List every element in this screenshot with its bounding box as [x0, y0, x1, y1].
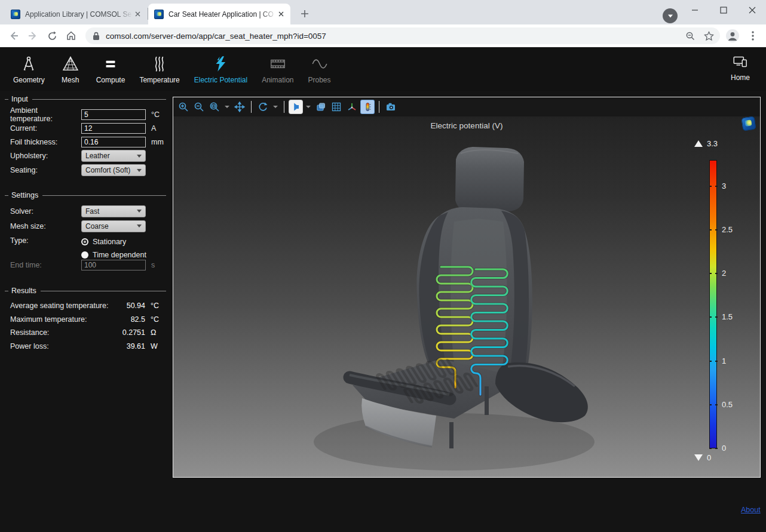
sidebar: Input Ambient temperature: °C Current: A… — [0, 91, 172, 532]
new-tab-button[interactable] — [297, 6, 312, 21]
browser-window: Application Library | COMSOL Se Car Seat… — [0, 0, 766, 532]
tab-application-library[interactable]: Application Library | COMSOL Se — [5, 4, 147, 24]
end-time-input — [81, 260, 146, 270]
legend-colorbar — [709, 160, 717, 448]
field-end-time: End time: s — [5, 258, 166, 272]
window-close-button[interactable] — [739, 0, 766, 20]
toolbar-separator — [379, 101, 379, 113]
electric-potential-button[interactable]: Electric Potential — [187, 53, 255, 87]
legend-min-marker: 0 — [694, 453, 711, 462]
home-button[interactable]: Home — [722, 50, 759, 84]
chevron-down-icon[interactable] — [306, 106, 311, 108]
triangle-down-icon — [694, 454, 703, 461]
field-ambient-temperature: Ambient temperature: °C — [5, 107, 166, 121]
triangle-up-icon — [694, 140, 703, 147]
graphics-toolbar — [173, 97, 760, 116]
field-mesh-size: Mesh size: Coarse — [5, 219, 166, 233]
navigation-bar: comsol.com/server-demo/app/car_seat_heat… — [0, 24, 766, 47]
about-link[interactable]: About — [741, 506, 761, 514]
graphics-panel: Electric potential (V) — [173, 97, 761, 478]
tab-strip: Application Library | COMSOL Se Car Seat… — [0, 0, 766, 24]
upholstery-select[interactable]: Leather — [81, 150, 146, 162]
chevron-down-icon — [137, 225, 142, 227]
comsol-logo-icon — [742, 116, 756, 131]
axes-button[interactable] — [345, 100, 359, 113]
chevron-down-icon[interactable] — [273, 106, 278, 108]
animation-filmstrip-icon — [269, 55, 287, 73]
chevron-down-icon[interactable] — [225, 106, 229, 108]
tab-search-button[interactable] — [663, 8, 678, 23]
geometry-button[interactable]: Geometry — [6, 53, 52, 87]
compute-equals-icon — [102, 55, 120, 73]
field-current: Current: A — [5, 121, 166, 135]
section-settings: Settings — [5, 190, 166, 200]
field-solver: Solver: Fast — [5, 204, 166, 219]
reset-view-button[interactable] — [256, 100, 269, 113]
temperature-waves-icon — [151, 55, 168, 73]
seat-shadow — [314, 413, 595, 471]
toolbar-separator — [251, 101, 252, 113]
tab-car-seat-heater[interactable]: Car Seat Heater Application | CO — [148, 4, 290, 24]
reload-icon[interactable] — [44, 28, 60, 44]
scene-button[interactable] — [314, 100, 327, 113]
tab-close-icon[interactable] — [133, 10, 142, 19]
color-legend-button[interactable] — [361, 100, 374, 113]
solver-select[interactable]: Fast — [81, 205, 146, 217]
car-seat-3d-model — [173, 116, 760, 477]
radio-selected-icon — [81, 238, 88, 245]
backrest-center-panel — [451, 219, 507, 377]
foil-thickness-input[interactable] — [81, 137, 146, 147]
zoom-extents-button[interactable] — [233, 100, 246, 113]
field-type: Type: Stationary Time dependent — [5, 235, 166, 250]
lock-icon — [93, 32, 100, 41]
zoom-out-button[interactable] — [192, 100, 206, 113]
back-icon[interactable] — [6, 28, 22, 44]
compute-button[interactable]: Compute — [89, 53, 133, 87]
url-text: comsol.com/server-demo/app/car_seat_heat… — [106, 32, 681, 41]
window-minimize-button[interactable] — [681, 0, 709, 20]
comsol-favicon — [154, 10, 164, 19]
profile-avatar[interactable] — [725, 28, 740, 44]
plot-canvas[interactable]: Electric potential (V) — [173, 116, 760, 477]
grid-button[interactable] — [330, 100, 343, 113]
speaker-button[interactable] — [289, 100, 302, 113]
browser-menu-icon[interactable] — [745, 28, 761, 44]
geometry-compass-icon — [20, 55, 38, 73]
field-upholstery: Upholstery: Leather — [5, 149, 166, 163]
page-zoom-icon[interactable] — [685, 31, 695, 41]
legend-max-marker: 3.3 — [694, 139, 718, 148]
app-ribbon: Geometry Mesh Compute — [0, 48, 766, 91]
snapshot-button[interactable] — [384, 100, 397, 113]
tab-title: Application Library | COMSOL Se — [25, 10, 133, 19]
current-input[interactable] — [81, 123, 146, 134]
mesh-button[interactable]: Mesh — [52, 53, 89, 87]
cushion-right-bolster — [495, 362, 588, 422]
browser-home-icon[interactable] — [63, 28, 79, 44]
chevron-down-icon — [137, 210, 142, 213]
headrest — [455, 147, 524, 213]
radio-stationary[interactable]: Stationary — [81, 235, 146, 248]
home-devices-icon — [731, 53, 749, 70]
zoom-in-button[interactable] — [177, 100, 190, 113]
result-resistance: Resistance: 0.2751 Ω — [5, 326, 166, 340]
chevron-down-icon — [137, 169, 142, 172]
animation-button: Animation — [255, 53, 301, 87]
tab-close-icon[interactable] — [276, 10, 286, 19]
mesh-size-select[interactable]: Coarse — [81, 220, 146, 232]
comsol-favicon — [11, 10, 20, 19]
mesh-icon — [62, 55, 79, 73]
address-bar[interactable]: comsol.com/server-demo/app/car_seat_heat… — [85, 27, 720, 44]
temperature-button[interactable]: Temperature — [132, 53, 186, 87]
seat-leg — [449, 422, 454, 448]
ambient-temperature-input[interactable] — [81, 109, 146, 120]
tab-title: Car Seat Heater Application | CO — [168, 10, 276, 19]
result-average-seating-temperature: Average seating temperature: 50.94 °C — [5, 299, 166, 313]
seating-select[interactable]: Comfort (Soft) — [81, 164, 146, 176]
field-foil-thickness: Foil thickness: mm — [5, 135, 166, 149]
window-maximize-button[interactable] — [710, 0, 737, 20]
chevron-down-icon — [137, 155, 142, 158]
bookmark-star-icon[interactable] — [704, 31, 714, 41]
zoom-box-button[interactable] — [208, 100, 221, 113]
toolbar-separator — [284, 101, 284, 113]
forward-icon[interactable] — [25, 28, 41, 44]
